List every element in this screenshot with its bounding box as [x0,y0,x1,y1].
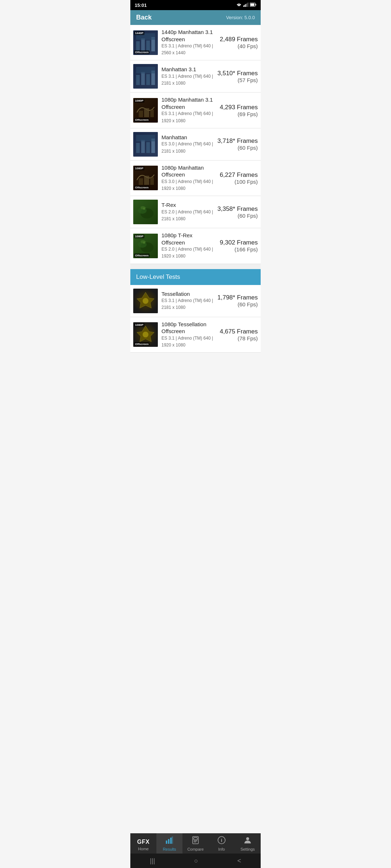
battery-icon [250,3,256,8]
result-fps: (60 Fps) [214,213,258,219]
result-fps: (40 Fps) [214,43,258,49]
benchmark-item-1440p-manhattan-offscreen[interactable]: 1440POffscreen1440p Manhattan 3.1 Offscr… [130,25,261,60]
benchmark-detail: ES 3.1 | Adreno (TM) 640 | [161,297,214,304]
low-level-section-title: Low-Level Tests [136,273,180,280]
benchmark-item-1080p-manhattan-3-1-offscreen[interactable]: 1080POffscreen1080p Manhattan 3.1 Offscr… [130,93,261,128]
benchmark-detail2: 1920 x 1080 [161,253,214,260]
svg-rect-22 [144,108,149,117]
benchmark-detail: ES 3.1 | Adreno (TM) 640 | [161,73,214,80]
version-text: Version: 5.0.0 [226,15,255,20]
benchmark-thumb-tessellation [133,289,158,313]
result-frames: 3,510* Frames [214,70,258,77]
benchmark-result-1440p-manhattan-offscreen: 2,489 Frames(40 Fps) [214,36,258,49]
benchmark-name: 1080p Manhattan Offscreen [161,164,214,178]
result-fps: (166 Fps) [214,246,258,252]
benchmark-result-1080p-manhattan-3-1-offscreen: 4,293 Frames(69 Fps) [214,104,258,117]
benchmark-item-1080p-t-rex-offscreen[interactable]: 1080POffscreen1080p T-Rex OffscreenES 2.… [130,228,261,264]
result-frames: 4,293 Frames [214,104,258,111]
svg-rect-23 [150,110,154,117]
svg-rect-29 [136,135,155,141]
benchmark-result-t-rex: 3,358* Frames(60 Fps) [214,205,258,219]
thumb-top-label: 1080P [134,99,144,103]
svg-rect-6 [256,4,256,5]
benchmark-thumb-manhattan-3-1 [133,64,158,89]
thumb-bottom-label: Offscreen [134,254,150,258]
result-frames: 9,302 Frames [214,239,258,246]
result-fps: (60 Fps) [214,145,258,151]
benchmark-detail2: 2181 x 1080 [161,304,214,311]
svg-rect-7 [251,3,255,6]
svg-rect-17 [146,74,150,85]
low-level-benchmark-list: TessellationES 3.1 | Adreno (TM) 640 |21… [130,285,261,353]
thumb-bottom-label: Offscreen [134,342,150,346]
benchmark-result-1080p-t-rex-offscreen: 9,302 Frames(166 Fps) [214,239,258,252]
benchmark-result-manhattan: 3,718* Frames(60 Fps) [214,137,258,151]
benchmark-item-manhattan[interactable]: ManhattanES 3.0 | Adreno (TM) 640 |2181 … [130,128,261,161]
svg-rect-10 [141,38,145,51]
benchmark-name: 1080p Manhattan 3.1 Offscreen [161,96,214,110]
benchmark-name: Tessellation [161,290,214,298]
svg-point-41 [143,242,145,244]
benchmark-detail: ES 3.1 | Adreno (TM) 640 | [161,335,214,342]
signal-icon [243,3,248,8]
benchmark-result-1080p-tessellation-offscreen: 4,675 Frames(78 Fps) [214,328,258,341]
result-frames: 3,718* Frames [214,137,258,145]
benchmark-name: 1440p Manhattan 3.1 Offscreen [161,29,214,43]
svg-rect-9 [136,41,140,51]
benchmark-detail: ES 3.0 | Adreno (TM) 640 | [161,141,214,148]
svg-rect-31 [139,178,143,185]
benchmark-item-tessellation[interactable]: TessellationES 3.1 | Adreno (TM) 640 |21… [130,285,261,317]
svg-rect-2 [245,4,246,7]
benchmark-info-1080p-t-rex-offscreen: 1080p T-Rex OffscreenES 2.0 | Adreno (TM… [161,232,214,260]
benchmark-item-manhattan-3-1[interactable]: Manhattan 3.1ES 3.1 | Adreno (TM) 640 |2… [130,60,261,93]
benchmark-detail2: 2181 x 1080 [161,216,214,222]
back-button[interactable]: Back [136,14,152,21]
benchmark-item-1080p-manhattan-offscreen[interactable]: 1080POffscreen1080p Manhattan OffscreenE… [130,161,261,196]
svg-point-37 [143,208,145,210]
svg-rect-27 [146,142,150,153]
benchmark-info-manhattan-3-1: Manhattan 3.1ES 3.1 | Adreno (TM) 640 |2… [161,66,214,87]
result-fps: (57 Fps) [214,77,258,83]
benchmark-detail: ES 2.0 | Adreno (TM) 640 | [161,246,214,253]
benchmark-item-t-rex[interactable]: T-RexES 2.0 | Adreno (TM) 640 |2181 x 10… [130,196,261,228]
benchmark-info-1440p-manhattan-offscreen: 1440p Manhattan 3.1 OffscreenES 3.1 | Ad… [161,29,214,56]
section-spacer [130,264,261,269]
benchmark-detail2: 2181 x 1080 [161,148,214,155]
benchmark-info-1080p-manhattan-offscreen: 1080p Manhattan OffscreenES 3.0 | Adreno… [161,164,214,192]
result-fps: (78 Fps) [214,335,258,341]
benchmark-detail2: 2560 x 1440 [161,50,214,56]
thumb-top-label: 1440P [134,31,144,35]
result-fps: (69 Fps) [214,111,258,117]
thumb-top-label: 1080P [134,166,144,170]
benchmark-name: Manhattan 3.1 [161,66,214,73]
benchmark-thumb-manhattan [133,132,158,157]
svg-rect-1 [244,5,245,7]
benchmark-detail: ES 3.0 | Adreno (TM) 640 | [161,178,214,185]
svg-rect-3 [247,3,247,7]
svg-point-45 [143,332,148,337]
benchmark-thumb-1080p-manhattan-3-1-offscreen: 1080POffscreen [133,98,158,123]
low-level-section-header: Low-Level Tests [130,269,261,285]
wifi-icon [236,3,242,8]
benchmark-detail: ES 3.1 | Adreno (TM) 640 | [161,110,214,117]
benchmark-detail: ES 2.0 | Adreno (TM) 640 | [161,209,214,216]
benchmark-detail2: 2181 x 1080 [161,80,214,87]
result-fps: (100 Fps) [214,179,258,185]
benchmark-info-1080p-tessellation-offscreen: 1080p Tessellation OffscreenES 3.1 | Adr… [161,321,214,349]
thumb-top-label: 1080P [134,323,144,327]
benchmark-info-t-rex: T-RexES 2.0 | Adreno (TM) 640 |2181 x 10… [161,201,214,222]
status-icons [236,3,256,8]
scroll-area: 1440POffscreen1440p Manhattan 3.1 Offscr… [130,25,261,389]
benchmark-item-1080p-tessellation-offscreen[interactable]: 1080POffscreen1080p Tessellation Offscre… [130,317,261,353]
benchmark-thumb-1440p-manhattan-offscreen: 1440POffscreen [133,30,158,55]
thumb-bottom-label: Offscreen [134,118,150,122]
result-frames: 1,798* Frames [214,294,258,301]
result-frames: 2,489 Frames [214,36,258,43]
result-fps: (60 Fps) [214,301,258,307]
benchmark-result-tessellation: 1,798* Frames(60 Fps) [214,294,258,307]
result-frames: 4,675 Frames [214,328,258,335]
svg-rect-11 [146,41,150,51]
svg-rect-19 [136,67,155,73]
benchmark-list: 1440POffscreen1440p Manhattan 3.1 Offscr… [130,25,261,264]
benchmark-result-1080p-manhattan-offscreen: 6,227 Frames(100 Fps) [214,171,258,185]
